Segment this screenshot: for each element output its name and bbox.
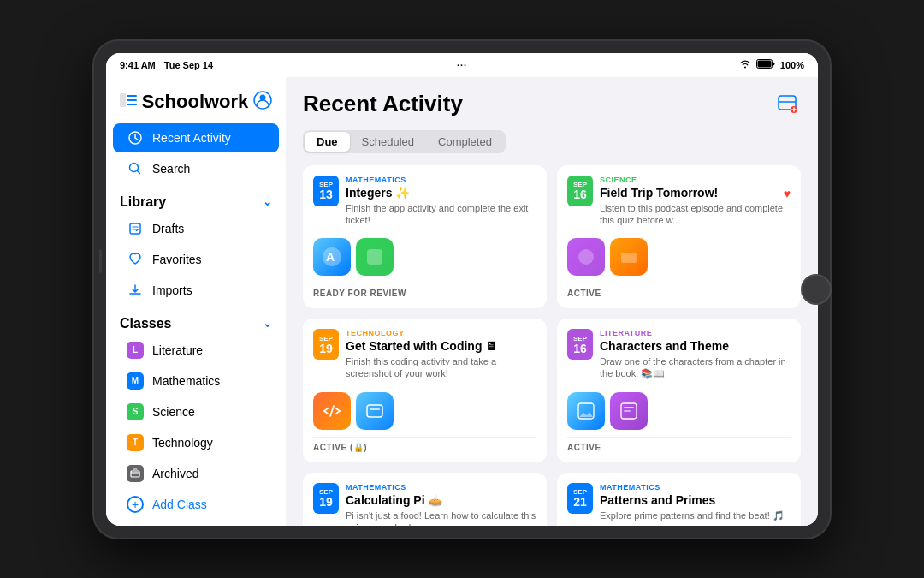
card-characters[interactable]: SEP 16 LITERATURE Characters and Theme D… [557, 319, 801, 462]
status-bar-center: ··· [457, 60, 467, 70]
library-chevron-icon[interactable]: ⌄ [263, 195, 272, 208]
nav-favorites[interactable]: Favorites [113, 245, 279, 274]
sidebar-footer: Updating... [106, 520, 286, 526]
card-field-trip-top: SEP 16 SCIENCE Field Trip Tomorrow! ♥ Li… [567, 176, 791, 227]
card-primes-title: Patterns and Primes [600, 493, 791, 507]
sidebar-header: Schoolwork [106, 91, 286, 122]
nav-drafts[interactable]: Drafts [113, 214, 279, 243]
card-integers-desc: Finish the app activity and complete the… [346, 202, 536, 227]
battery-icon [756, 59, 775, 70]
svg-rect-3 [127, 95, 137, 97]
tablet-screen: 9:41 AM Tue Sep 14 ··· [106, 53, 818, 526]
svg-point-17 [578, 249, 594, 265]
card-characters-subject: LITERATURE [600, 329, 791, 337]
card-primes[interactable]: SEP 21 MATHEMATICS Patterns and Primes E… [557, 473, 801, 526]
card-integers-info: MATHEMATICS Integers ✨ Finish the app ac… [346, 176, 536, 227]
card-field-trip-apps [567, 238, 791, 276]
card-integers[interactable]: SEP 13 MATHEMATICS Integers ✨ Finish the… [303, 165, 547, 309]
card-coding-date: SEP 19 [313, 329, 339, 360]
app-icon-3 [567, 238, 605, 276]
svg-rect-23 [624, 407, 634, 408]
nav-technology[interactable]: T Technology [113, 428, 279, 457]
drafts-icon [127, 220, 144, 237]
tab-due[interactable]: Due [305, 132, 350, 152]
card-primes-info: MATHEMATICS Patterns and Primes Explore … [600, 483, 791, 521]
svg-rect-4 [127, 99, 137, 101]
card-pi-desc: Pi isn't just a food! Learn how to calcu… [346, 509, 536, 526]
nav-imports[interactable]: Imports [113, 276, 279, 305]
app-icon-7 [567, 392, 605, 430]
activity-grid: SEP 13 MATHEMATICS Integers ✨ Finish the… [303, 165, 801, 526]
app-body: Schoolwork [106, 77, 818, 526]
card-primes-date: SEP 21 [567, 483, 593, 514]
svg-text:A: A [326, 250, 335, 264]
card-field-trip-date: SEP 16 [567, 176, 593, 206]
profile-icon[interactable] [253, 91, 272, 114]
svg-rect-11 [131, 471, 139, 477]
nav-mathematics[interactable]: M Mathematics [113, 366, 279, 396]
search-icon [127, 160, 144, 177]
science-label: Science [152, 405, 195, 419]
sidebar: Schoolwork [106, 77, 286, 526]
card-field-trip-status: ACTIVE [567, 283, 791, 298]
card-field-trip-day: 16 [573, 188, 587, 200]
card-coding[interactable]: SEP 19 TECHNOLOGY Get Started with Codin… [303, 319, 547, 462]
card-characters-date: SEP 16 [567, 329, 593, 360]
card-integers-date: SEP 13 [313, 176, 339, 206]
technology-dot: T [127, 434, 144, 451]
app-icon-6 [356, 392, 394, 430]
classes-chevron-icon[interactable]: ⌄ [263, 317, 272, 330]
card-coding-top: SEP 19 TECHNOLOGY Get Started with Codin… [313, 329, 536, 380]
technology-label: Technology [152, 436, 213, 450]
card-field-trip[interactable]: SEP 16 SCIENCE Field Trip Tomorrow! ♥ Li… [557, 165, 801, 309]
main-content: Recent Activity Due Scheduled Comp [286, 77, 818, 526]
status-bar-right: 100% [739, 59, 804, 70]
nav-archived[interactable]: Archived [113, 459, 279, 488]
add-class-button[interactable]: + Add Class [113, 490, 279, 519]
nav-science[interactable]: S Science [113, 397, 279, 426]
card-primes-subject: MATHEMATICS [600, 483, 791, 492]
card-characters-title: Characters and Theme [600, 339, 791, 353]
sidebar-toggle-icon[interactable] [120, 93, 137, 111]
card-field-trip-desc: Listen to this podcast episode and compl… [600, 202, 791, 227]
tab-completed[interactable]: Completed [426, 132, 504, 152]
archived-dot [127, 465, 144, 482]
card-primes-top: SEP 21 MATHEMATICS Patterns and Primes E… [567, 483, 791, 521]
side-button [99, 249, 102, 273]
nav-recent-activity[interactable]: Recent Activity [113, 123, 279, 152]
app-icon-1: A [313, 238, 351, 276]
svg-rect-2 [120, 93, 126, 107]
nav-search[interactable]: Search [113, 154, 279, 183]
svg-rect-24 [624, 410, 631, 412]
card-characters-top: SEP 16 LITERATURE Characters and Theme D… [567, 329, 791, 380]
imports-label: Imports [152, 283, 192, 297]
filter-icon[interactable] [773, 91, 801, 118]
science-dot: S [127, 403, 144, 420]
card-heart-icon: ♥ [784, 187, 791, 200]
card-characters-day: 16 [573, 343, 587, 355]
nav-literature[interactable]: L Literature [113, 336, 279, 365]
card-integers-apps: A [313, 238, 536, 276]
recent-activity-icon [127, 129, 144, 146]
card-coding-apps [313, 392, 536, 430]
literature-dot: L [127, 342, 144, 359]
card-coding-desc: Finish this coding activity and take a s… [346, 355, 536, 380]
segment-control: Due Scheduled Completed [303, 130, 506, 153]
app-icon-2 [356, 238, 394, 276]
main-title: Recent Activity [303, 91, 463, 117]
card-pi[interactable]: SEP 19 MATHEMATICS Calculating Pi 🥧 Pi i… [303, 473, 547, 526]
literature-label: Literature [152, 343, 203, 357]
library-label: Library [120, 194, 166, 210]
card-coding-subject: TECHNOLOGY [346, 329, 536, 337]
mathematics-label: Mathematics [152, 374, 220, 388]
status-bar-left: 9:41 AM Tue Sep 14 [120, 60, 213, 70]
archived-label: Archived [152, 467, 198, 480]
card-pi-title: Calculating Pi 🥧 [346, 493, 536, 507]
card-pi-day: 19 [319, 496, 333, 508]
svg-rect-20 [370, 408, 380, 410]
home-button[interactable] [801, 274, 832, 305]
tab-scheduled[interactable]: Scheduled [350, 132, 426, 152]
svg-rect-18 [621, 253, 637, 263]
nav-search-label: Search [152, 162, 190, 176]
card-pi-date: SEP 19 [313, 483, 339, 514]
